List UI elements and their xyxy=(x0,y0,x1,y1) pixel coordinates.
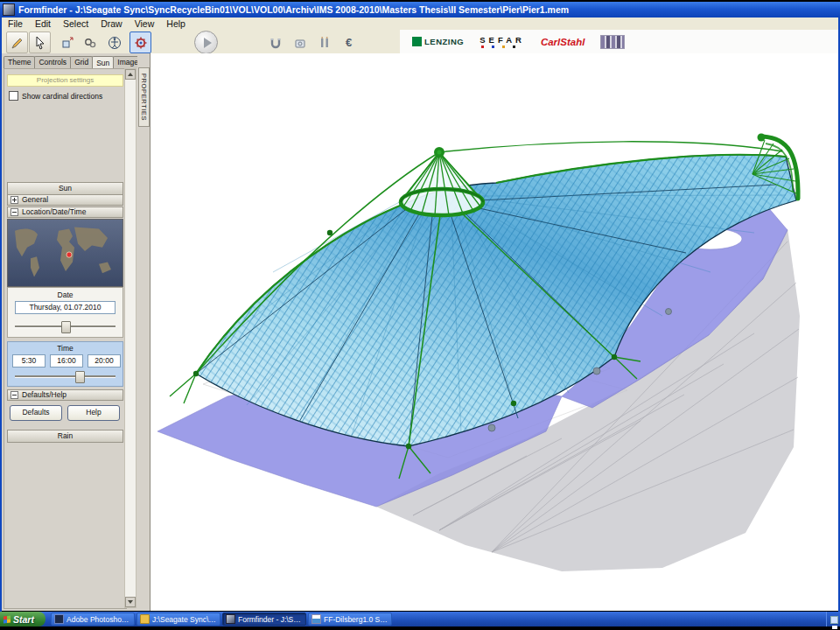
section-header-general[interactable]: General xyxy=(7,194,123,206)
taskbar-item-explorer[interactable]: J:\Seagate Sync\SyncRe... xyxy=(136,612,220,626)
sidebar-scrollbar[interactable] xyxy=(124,68,136,608)
time-slider[interactable] xyxy=(15,371,116,382)
start-label: Start xyxy=(13,614,34,625)
3d-viewport[interactable] xyxy=(150,53,838,611)
menu-item-draw[interactable]: Draw xyxy=(94,18,129,29)
time-field-current[interactable]: 16:00 xyxy=(50,354,83,368)
application-window: Formfinder - J:\Seagate Sync\SyncRecycle… xyxy=(0,0,840,630)
settings-button[interactable] xyxy=(130,32,151,53)
show-cardinal-row[interactable]: Show cardinal directions xyxy=(9,91,102,101)
start-button[interactable]: Start xyxy=(0,612,46,626)
partner-logo-icon xyxy=(600,35,625,49)
scroll-down-icon[interactable] xyxy=(125,597,136,607)
windows-flag-icon xyxy=(4,615,10,623)
menu-bar: File Edit Select Draw View Help xyxy=(2,18,838,31)
photoshop-icon xyxy=(54,614,64,624)
euro-icon: € xyxy=(346,36,352,49)
sefar-logo: SEFAR xyxy=(480,35,525,48)
section-general-label: General xyxy=(22,194,48,206)
section-header-location[interactable]: Location/Date/Time xyxy=(7,206,123,218)
screen-corner-artifact xyxy=(832,626,837,629)
world-map xyxy=(8,220,122,286)
pencil-icon xyxy=(10,36,24,50)
section-header-rain[interactable]: Rain xyxy=(7,430,123,443)
projection-settings-button[interactable]: Projection settings xyxy=(7,74,123,87)
magnet-tool-button[interactable] xyxy=(264,32,286,53)
sefar-logo-dots xyxy=(481,46,515,48)
taskbar-item-photoshop[interactable]: Adobe Photoshop CS3 E... xyxy=(51,612,135,626)
help-button[interactable]: Help xyxy=(67,405,120,421)
draw-pencil-button[interactable] xyxy=(6,32,28,53)
formfind-play-button[interactable] xyxy=(194,31,218,54)
properties-strip: PROPERTIES xyxy=(137,53,150,611)
settings-gear-icon xyxy=(134,36,148,50)
select-cursor-button[interactable] xyxy=(29,32,51,53)
model-scene xyxy=(150,53,838,611)
menu-item-select[interactable]: Select xyxy=(57,18,94,29)
title-bar[interactable]: Formfinder - J:\Seagate Sync\SyncRecycle… xyxy=(0,2,840,18)
tab-sun[interactable]: Sun xyxy=(92,56,114,68)
cost-tool-button[interactable]: € xyxy=(338,32,360,53)
time-slider-thumb[interactable] xyxy=(75,371,85,383)
image-file-icon xyxy=(312,614,321,624)
date-slider-thumb[interactable] xyxy=(61,321,71,333)
show-cardinal-checkbox[interactable] xyxy=(9,91,18,101)
render-tool-button[interactable] xyxy=(289,32,311,53)
menu-item-edit[interactable]: Edit xyxy=(29,18,57,29)
taskbar-item-screenshot[interactable]: FF-Dilsberg1.0 Screensh... xyxy=(308,612,392,626)
taskbar-item-formfinder[interactable]: Formfinder - J:\Seaga... xyxy=(222,612,306,626)
scroll-up-icon[interactable] xyxy=(125,69,136,80)
collapse-icon[interactable] xyxy=(10,208,18,216)
tray-icon xyxy=(830,616,838,624)
sefar-logo-text: SEFAR xyxy=(480,35,525,45)
toolbar: € LENZING SEFAR CarlStahl xyxy=(2,30,838,53)
box-icon xyxy=(293,36,307,50)
carlstahl-logo: CarlStahl xyxy=(541,37,585,47)
magnet-icon xyxy=(269,36,283,50)
gears-tool-button[interactable] xyxy=(79,32,101,53)
app-icon xyxy=(3,4,15,16)
formfinder-icon xyxy=(226,614,235,624)
expand-icon[interactable] xyxy=(10,196,18,204)
transform-tool-button[interactable] xyxy=(56,32,78,53)
date-slider[interactable] xyxy=(15,321,116,332)
section-header-defaults-help[interactable]: Defaults/Help xyxy=(7,389,123,401)
menu-item-help[interactable]: Help xyxy=(160,18,192,29)
section-location-label: Location/Date/Time xyxy=(22,206,86,218)
sponsor-logo-strip: LENZING SEFAR CarlStahl xyxy=(400,30,838,53)
time-field-start[interactable]: 5:30 xyxy=(12,354,46,368)
tab-controls[interactable]: Controls xyxy=(34,56,71,68)
taskbar: Start Adobe Photoshop CS3 E... J:\Seagat… xyxy=(0,612,840,626)
show-cardinal-label: Show cardinal directions xyxy=(22,92,102,101)
vitruvian-man-icon xyxy=(108,36,122,50)
date-field[interactable]: Thursday, 01.07.2010 xyxy=(15,301,116,314)
play-icon xyxy=(204,38,212,48)
section-header-sun[interactable]: Sun xyxy=(7,182,123,195)
sun-location-map[interactable] xyxy=(7,219,123,287)
sidebar-tab-strip: Theme Controls Grid Sun Images xyxy=(4,56,145,68)
date-panel: Date Thursday, 01.07.2010 xyxy=(7,287,123,338)
tab-grid[interactable]: Grid xyxy=(70,56,93,68)
cursor-icon xyxy=(33,36,47,50)
lenzing-logo: LENZING xyxy=(412,37,464,46)
folder-icon xyxy=(140,614,150,624)
gears-icon xyxy=(83,36,97,50)
sun-tab-content: Projection settings Show cardinal direct… xyxy=(4,68,127,609)
time-slider-track xyxy=(15,375,116,378)
lenzing-logo-icon xyxy=(412,37,422,46)
columns-tool-button[interactable] xyxy=(313,32,335,53)
menu-item-view[interactable]: View xyxy=(129,18,161,29)
columns-icon xyxy=(318,36,332,50)
collapse-icon[interactable] xyxy=(10,391,18,399)
tab-theme[interactable]: Theme xyxy=(4,56,35,68)
time-label: Time xyxy=(8,344,122,353)
window-title: Formfinder - J:\Seagate Sync\SyncRecycle… xyxy=(18,4,569,15)
formfinder-man-button[interactable] xyxy=(103,32,125,53)
time-field-end[interactable]: 20:00 xyxy=(88,354,121,368)
transform-icon xyxy=(60,36,74,50)
system-tray[interactable] xyxy=(826,612,840,626)
defaults-button[interactable]: Defaults xyxy=(10,405,62,421)
menu-item-file[interactable]: File xyxy=(2,18,29,29)
properties-tab[interactable]: PROPERTIES xyxy=(138,67,150,127)
sidebar-panel: Theme Controls Grid Sun Images Projectio… xyxy=(2,53,138,611)
